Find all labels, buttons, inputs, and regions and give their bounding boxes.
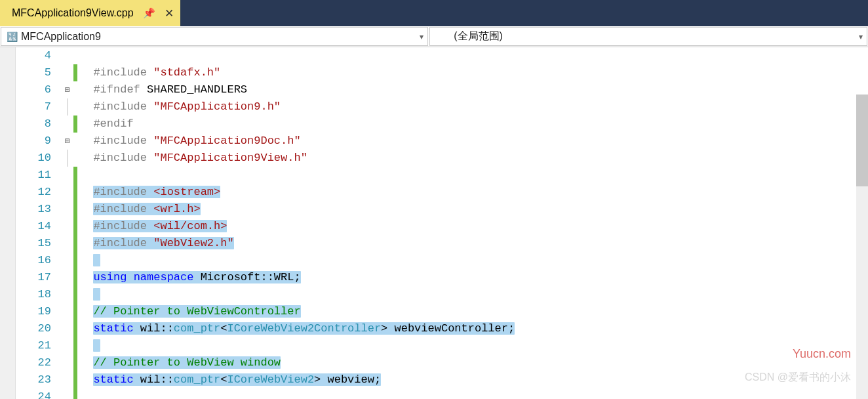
chevron-down-icon: ▾ [859, 32, 863, 41]
code-line[interactable] [80, 337, 868, 354]
nav-dropdown-row: 🔣 MFCApplication9 ▾ (全局范围) ▾ [0, 26, 868, 47]
fold-guide [62, 150, 73, 167]
code-line[interactable]: #include "WebView2.h" [80, 235, 868, 252]
code-line[interactable]: #include "MFCApplication9View.h" [80, 150, 868, 167]
fold-guide [62, 320, 73, 337]
scope-dropdown-label: (全局范围) [454, 30, 503, 43]
line-number-gutter: 456789101112131415161718192021222324 [16, 47, 62, 399]
line-number: 16 [16, 252, 62, 269]
code-line[interactable]: #include "MFCApplication9.h" [80, 98, 868, 116]
line-number: 17 [16, 269, 62, 286]
fold-toggle-icon[interactable] [62, 81, 73, 98]
indicator-margin [0, 47, 16, 399]
fold-toggle-icon[interactable] [62, 133, 73, 150]
code-line[interactable]: #include <wil/com.h> [80, 218, 868, 235]
line-number: 22 [16, 354, 62, 371]
line-number: 19 [16, 303, 62, 320]
code-line[interactable] [80, 286, 868, 303]
line-number: 18 [16, 286, 62, 303]
folding-column[interactable] [62, 47, 73, 399]
fold-guide [62, 286, 73, 303]
line-number: 21 [16, 337, 62, 354]
fold-guide [62, 388, 73, 399]
project-dropdown-label: MFCApplication9 [21, 31, 101, 43]
code-line[interactable]: using namespace Microsoft::WRL; [80, 269, 868, 286]
project-icon: 🔣 [7, 32, 17, 42]
fold-guide [62, 116, 73, 133]
fold-guide [62, 371, 73, 388]
code-line[interactable]: #include <iostream> [80, 184, 868, 201]
code-line[interactable]: #include "MFCApplication9Doc.h" [80, 133, 868, 150]
code-line[interactable] [80, 47, 868, 64]
pin-icon[interactable]: 📌 [143, 7, 155, 19]
line-number: 10 [16, 150, 62, 167]
vertical-scrollbar[interactable] [856, 94, 868, 399]
line-number: 11 [16, 167, 62, 184]
line-number: 12 [16, 184, 62, 201]
fold-guide [62, 218, 73, 235]
line-number: 6 [16, 81, 62, 98]
fold-guide [62, 184, 73, 201]
line-number: 7 [16, 98, 62, 116]
code-editor[interactable]: 456789101112131415161718192021222324 #in… [0, 47, 868, 399]
fold-guide [62, 201, 73, 218]
code-line[interactable]: // Pointer to WebView window [80, 354, 868, 371]
code-line[interactable]: #include "stdafx.h" [80, 64, 868, 81]
line-number: 15 [16, 235, 62, 252]
fold-guide [62, 64, 73, 81]
code-line[interactable]: #endif [80, 116, 868, 133]
code-line[interactable] [80, 167, 868, 184]
code-area[interactable]: #include "stdafx.h" #ifndef SHARED_HANDL… [77, 47, 868, 399]
line-number: 8 [16, 116, 62, 133]
file-tab[interactable]: MFCApplication9View.cpp 📌 ✕ [0, 0, 180, 26]
tab-title: MFCApplication9View.cpp [12, 7, 134, 19]
scroll-thumb[interactable] [856, 94, 868, 186]
code-line[interactable]: // Pointer to WebViewController [80, 303, 868, 320]
code-line[interactable]: static wil::com_ptr<ICoreWebView2> webvi… [80, 371, 868, 388]
code-line[interactable] [80, 252, 868, 269]
code-line[interactable]: static wil::com_ptr<ICoreWebView2Control… [80, 320, 868, 337]
line-number: 14 [16, 218, 62, 235]
code-line[interactable]: #ifndef SHARED_HANDLERS [80, 81, 868, 98]
code-line[interactable]: #include <wrl.h> [80, 201, 868, 218]
line-number: 4 [16, 47, 62, 64]
fold-guide [62, 337, 73, 354]
scope-dropdown[interactable]: (全局范围) ▾ [429, 27, 867, 46]
line-number: 24 [16, 388, 62, 399]
fold-guide [62, 354, 73, 371]
project-dropdown[interactable]: 🔣 MFCApplication9 ▾ [1, 27, 428, 46]
close-icon[interactable]: ✕ [165, 7, 174, 20]
fold-guide [62, 47, 73, 64]
fold-guide [62, 98, 73, 116]
fold-guide [62, 269, 73, 286]
line-number: 13 [16, 201, 62, 218]
code-line[interactable] [80, 388, 868, 399]
fold-guide [62, 167, 73, 184]
line-number: 5 [16, 64, 62, 81]
titlebar: MFCApplication9View.cpp 📌 ✕ [0, 0, 868, 26]
fold-guide [62, 252, 73, 269]
line-number: 20 [16, 320, 62, 337]
fold-guide [62, 235, 73, 252]
chevron-down-icon: ▾ [420, 32, 424, 41]
line-number: 9 [16, 133, 62, 150]
fold-guide [62, 303, 73, 320]
line-number: 23 [16, 371, 62, 388]
